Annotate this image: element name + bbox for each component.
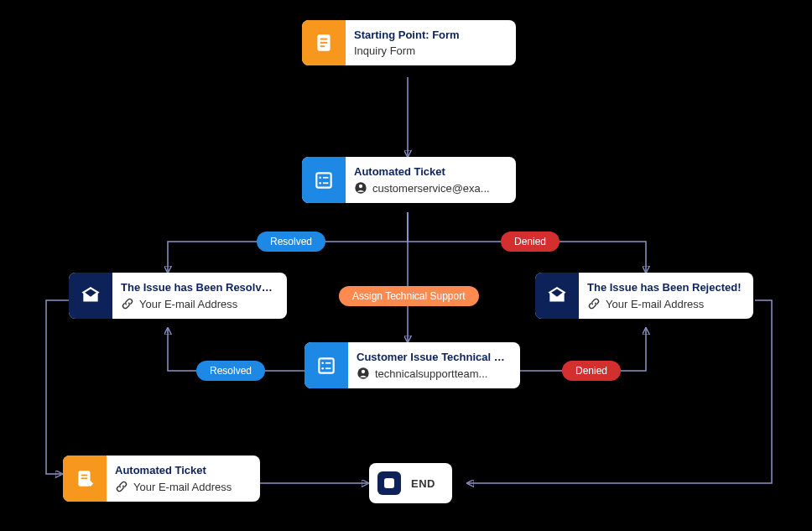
pill-resolved-1[interactable]: Resolved xyxy=(257,232,325,252)
node-automated-ticket-2[interactable]: Automated Ticket Your E-mail Address xyxy=(63,456,260,502)
link-icon xyxy=(121,297,134,310)
node-title: Automated Ticket xyxy=(115,464,232,476)
envelope-icon xyxy=(69,273,112,319)
svg-rect-2 xyxy=(320,42,328,44)
node-end[interactable]: END xyxy=(369,463,452,503)
node-title: Automated Ticket xyxy=(354,165,490,178)
node-subtitle: Inquiry Form xyxy=(354,44,460,57)
form-icon xyxy=(302,20,346,65)
svg-rect-4 xyxy=(316,173,331,187)
list-icon xyxy=(304,342,348,388)
node-title: The Issue has Been Rejected! xyxy=(587,281,742,294)
svg-rect-6 xyxy=(323,176,329,178)
svg-point-5 xyxy=(319,176,321,179)
node-subtitle: Your E-mail Address xyxy=(587,297,742,310)
svg-rect-1 xyxy=(320,39,328,40)
svg-rect-15 xyxy=(325,367,331,369)
svg-point-12 xyxy=(321,362,324,364)
svg-rect-20 xyxy=(81,477,88,479)
node-issue-resolved[interactable]: The Issue has Been Resolved! Your E-mail… xyxy=(69,273,287,319)
form-arrow-icon xyxy=(63,456,107,502)
svg-rect-19 xyxy=(81,474,88,476)
pill-denied-2[interactable]: Denied xyxy=(562,361,621,381)
svg-point-17 xyxy=(362,370,365,373)
node-issue-rejected[interactable]: The Issue has Been Rejected! Your E-mail… xyxy=(535,273,753,319)
svg-point-14 xyxy=(321,367,324,369)
link-icon xyxy=(115,480,128,493)
svg-rect-11 xyxy=(319,358,333,372)
pill-denied-1[interactable]: Denied xyxy=(501,232,560,252)
person-icon xyxy=(357,367,370,380)
node-title: The Issue has Been Resolved! xyxy=(121,281,275,294)
envelope-icon xyxy=(535,273,579,319)
pill-resolved-2[interactable]: Resolved xyxy=(196,361,265,381)
svg-rect-3 xyxy=(320,45,325,47)
node-subtitle: technicalsupportteam... xyxy=(357,367,508,380)
stop-icon xyxy=(377,471,401,495)
end-label: END xyxy=(411,477,435,490)
link-icon xyxy=(587,297,601,310)
pill-assign-technical[interactable]: Assign Technical Support xyxy=(339,286,479,306)
list-icon xyxy=(302,157,346,203)
node-subtitle: Your E-mail Address xyxy=(121,297,275,310)
svg-rect-13 xyxy=(325,362,331,363)
node-subtitle: customerservice@exa... xyxy=(354,181,490,195)
node-start-form[interactable]: Starting Point: Form Inquiry Form xyxy=(302,20,516,65)
node-title: Starting Point: Form xyxy=(354,29,460,41)
svg-point-10 xyxy=(359,185,362,188)
node-title: Customer Issue Technical Tic... xyxy=(357,351,508,363)
node-automated-ticket-1[interactable]: Automated Ticket customerservice@exa... xyxy=(302,157,516,203)
person-icon xyxy=(354,181,367,195)
node-subtitle: Your E-mail Address xyxy=(115,480,232,493)
flow-connectors xyxy=(0,0,812,531)
node-technical-ticket[interactable]: Customer Issue Technical Tic... technica… xyxy=(304,342,520,388)
svg-rect-8 xyxy=(323,182,329,184)
svg-point-7 xyxy=(319,181,321,184)
